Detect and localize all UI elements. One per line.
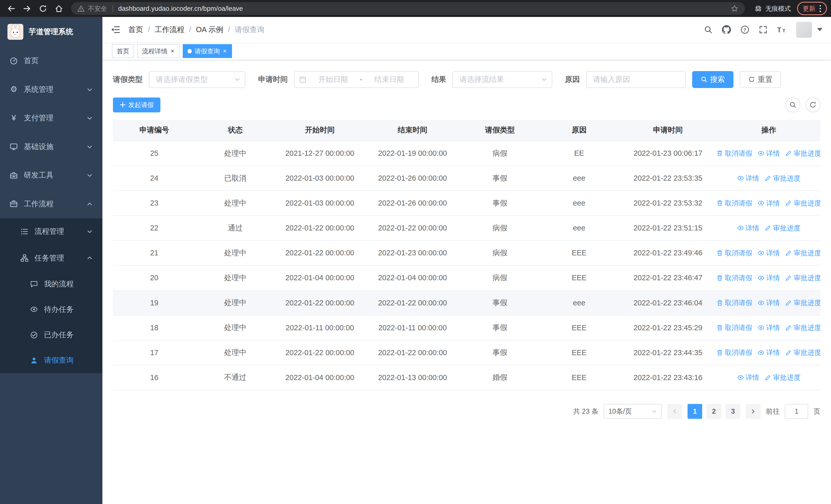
page-button-1[interactable]: 1 — [688, 404, 703, 419]
sidebar-item-dev-tools[interactable]: 研发工具 — [0, 161, 103, 190]
page-buttons: 123 — [688, 404, 740, 419]
progress-action-link[interactable]: 审批进度 — [785, 348, 820, 357]
page-size-select[interactable]: 10条/页 — [604, 404, 662, 419]
progress-action-link[interactable]: 审批进度 — [765, 174, 800, 183]
sidebar-item-process-management[interactable]: 流程管理 — [0, 218, 103, 245]
detail-action-link[interactable]: 详情 — [757, 199, 780, 208]
progress-action-link[interactable]: 审批进度 — [785, 273, 820, 283]
help-icon[interactable]: ? — [740, 25, 749, 34]
progress-action-link[interactable]: 审批进度 — [785, 298, 820, 307]
detail-action-link[interactable]: 详情 — [757, 273, 780, 283]
breadcrumb-item[interactable]: 工作流程 — [155, 25, 184, 35]
detail-action-link[interactable]: 详情 — [757, 248, 780, 258]
leave-type-input[interactable] — [149, 71, 245, 88]
browser-update-button[interactable]: 更新 — [797, 2, 827, 15]
sidebar-menu: 首页⚙系统管理¥支付管理基础设施研发工具工作流程流程管理任务管理我的流程待办任务… — [0, 47, 103, 373]
progress-action-link[interactable]: 审批进度 — [785, 323, 820, 332]
github-icon[interactable] — [722, 25, 731, 34]
detail-action-link[interactable]: 详情 — [737, 224, 760, 233]
active-tab-dot — [188, 49, 192, 53]
sidebar-item-done-tasks[interactable]: 已办任务 — [0, 322, 103, 348]
toggle-search-button[interactable] — [785, 97, 800, 112]
detail-action-link[interactable]: 详情 — [757, 348, 780, 357]
refresh-button[interactable] — [806, 97, 821, 112]
breadcrumb-item[interactable]: OA 示例 — [196, 25, 223, 35]
browser-reload-icon[interactable] — [36, 2, 50, 16]
tab-process-detail[interactable]: 流程详情× — [137, 44, 180, 58]
browser-back-icon[interactable] — [4, 2, 18, 16]
cell-end-time: 2022-01-22 00:00:00 — [365, 291, 460, 316]
cell-actions: 详情审批进度 — [717, 215, 821, 240]
next-page-button[interactable] — [746, 404, 761, 419]
cancel-action-link[interactable]: 取消请假 — [717, 323, 752, 332]
breadcrumb-separator: / — [148, 25, 150, 34]
cell-status: 已取消 — [196, 166, 275, 191]
trash-icon — [717, 200, 723, 207]
result-input[interactable] — [453, 71, 551, 88]
sidebar-toggle-icon[interactable] — [111, 26, 120, 34]
search-icon[interactable] — [704, 25, 712, 34]
cancel-action-link[interactable]: 取消请假 — [717, 273, 752, 283]
bookmark-star-icon[interactable] — [731, 5, 738, 12]
sidebar-item-system-management[interactable]: ⚙系统管理 — [0, 75, 103, 104]
tab-home[interactable]: 首页 — [112, 44, 134, 58]
goto-page-input[interactable] — [785, 404, 808, 419]
sidebar-item-leave-query[interactable]: 请假查询 — [0, 348, 103, 373]
search-button[interactable]: 搜索 — [692, 71, 734, 88]
sidebar-item-task-management[interactable]: 任务管理 — [0, 245, 103, 271]
cell-end-time: 2022-01-11 00:00:00 — [365, 316, 460, 340]
sidebar-item-home[interactable]: 首页 — [0, 47, 103, 76]
browser-home-icon[interactable] — [52, 2, 66, 16]
cell-start-time: 2022-01-03 00:00:00 — [275, 166, 365, 191]
breadcrumb-item[interactable]: 首页 — [128, 25, 143, 35]
fullscreen-icon[interactable] — [759, 25, 767, 34]
page-button-2[interactable]: 2 — [707, 404, 721, 419]
progress-action-link[interactable]: 审批进度 — [785, 199, 820, 208]
progress-action-link[interactable]: 审批进度 — [765, 224, 800, 233]
result-select[interactable] — [453, 71, 552, 88]
cell-apply-time: 2022-01-22 23:51:15 — [619, 215, 717, 240]
tab-leave-query[interactable]: 请假查询× — [183, 44, 232, 58]
cell-status: 处理中 — [196, 240, 275, 265]
close-icon[interactable]: × — [223, 48, 227, 54]
chevron-down-icon[interactable] — [817, 28, 823, 31]
browser-forward-icon[interactable] — [20, 2, 34, 16]
end-date-input[interactable] — [365, 75, 414, 84]
sidebar-item-infrastructure[interactable]: 基础设施 — [0, 132, 103, 161]
detail-action-link[interactable]: 详情 — [757, 149, 780, 158]
url-text: dashboard.yudao.iocoder.cn/bpm/oa/leave — [118, 5, 243, 12]
create-leave-button[interactable]: 发起请假 — [113, 97, 161, 112]
cancel-action-link[interactable]: 取消请假 — [717, 248, 752, 258]
user-avatar[interactable] — [796, 22, 812, 38]
cancel-action-link[interactable]: 取消请假 — [717, 199, 752, 208]
detail-action-link[interactable]: 详情 — [757, 298, 780, 307]
trash-icon — [717, 349, 723, 356]
font-size-icon[interactable]: TT — [777, 26, 786, 33]
apply-time-range-picker[interactable]: - — [294, 71, 419, 88]
cancel-action-link[interactable]: 取消请假 — [717, 298, 752, 307]
cell-start-time: 2021-12-27 00:00:00 — [275, 141, 365, 166]
sidebar-item-todo-tasks[interactable]: 待办任务 — [0, 297, 103, 322]
prev-page-button[interactable] — [667, 404, 682, 419]
cell-apply-time: 2022-01-22 23:45:29 — [619, 316, 717, 340]
progress-action-link[interactable]: 审批进度 — [785, 248, 820, 258]
address-bar[interactable]: 不安全 dashboard.yudao.iocoder.cn/bpm/oa/le… — [71, 2, 745, 15]
cancel-action-link[interactable]: 取消请假 — [717, 348, 752, 357]
cancel-action-link[interactable]: 取消请假 — [717, 149, 752, 158]
close-icon[interactable]: × — [170, 48, 175, 54]
progress-action-link[interactable]: 审批进度 — [785, 149, 820, 158]
detail-action-link[interactable]: 详情 — [737, 373, 760, 382]
detail-action-link[interactable]: 详情 — [757, 323, 780, 332]
sidebar-item-workflow[interactable]: 工作流程 — [0, 190, 103, 218]
page-button-3[interactable]: 3 — [725, 404, 740, 419]
progress-action-link[interactable]: 审批进度 — [765, 373, 800, 382]
cell-leave-type: 事假 — [460, 291, 540, 316]
reason-input[interactable] — [586, 71, 686, 88]
start-date-input[interactable] — [309, 75, 358, 84]
sidebar-item-my-processes[interactable]: 我的流程 — [0, 271, 103, 297]
sidebar-item-payment-management[interactable]: ¥支付管理 — [0, 104, 103, 133]
detail-action-link[interactable]: 详情 — [737, 174, 760, 183]
browser-menu-icon[interactable] — [819, 5, 821, 12]
leave-type-select[interactable] — [149, 71, 245, 88]
reset-button[interactable]: 重置 — [740, 71, 781, 88]
